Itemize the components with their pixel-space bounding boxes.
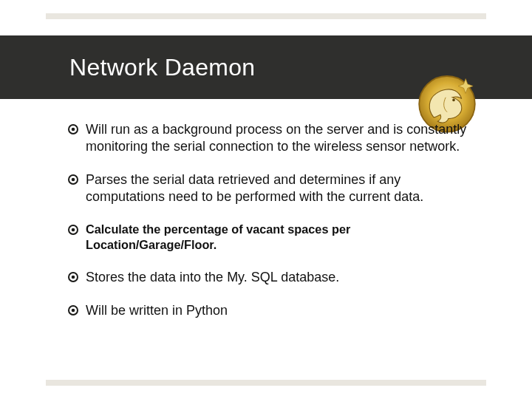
list-item-text: Stores the data into the My. SQL databas… xyxy=(86,269,480,286)
title-bar: Network Daemon xyxy=(0,35,532,99)
svg-point-5 xyxy=(72,178,75,182)
top-divider xyxy=(46,13,486,19)
bullet-list: Will run as a background process on the … xyxy=(68,121,480,335)
list-item: Parses the serial data retrieved and det… xyxy=(68,171,480,205)
list-item: Will be written in Python xyxy=(68,302,480,319)
svg-point-9 xyxy=(72,276,75,279)
svg-point-1 xyxy=(452,99,455,102)
list-item-text: Will run as a background process on the … xyxy=(86,121,480,155)
bullet-icon xyxy=(68,271,78,282)
list-item-text: Calculate the percentage of vacant space… xyxy=(86,222,480,253)
list-item: Will run as a background process on the … xyxy=(68,121,480,155)
svg-point-3 xyxy=(72,128,75,132)
list-item-text: Will be written in Python xyxy=(86,302,480,319)
bullet-icon xyxy=(68,224,78,234)
slide-title: Network Daemon xyxy=(69,54,255,81)
svg-point-11 xyxy=(72,309,75,313)
list-item: Stores the data into the My. SQL databas… xyxy=(68,269,480,286)
svg-point-7 xyxy=(72,228,75,232)
bullet-icon xyxy=(68,174,78,184)
slide: Network Daemon xyxy=(0,0,532,399)
list-item-text: Parses the serial data retrieved and det… xyxy=(86,171,480,205)
bullet-icon xyxy=(68,123,78,134)
bullet-icon xyxy=(68,304,78,315)
bottom-divider xyxy=(46,380,486,386)
list-item: Calculate the percentage of vacant space… xyxy=(68,222,480,253)
